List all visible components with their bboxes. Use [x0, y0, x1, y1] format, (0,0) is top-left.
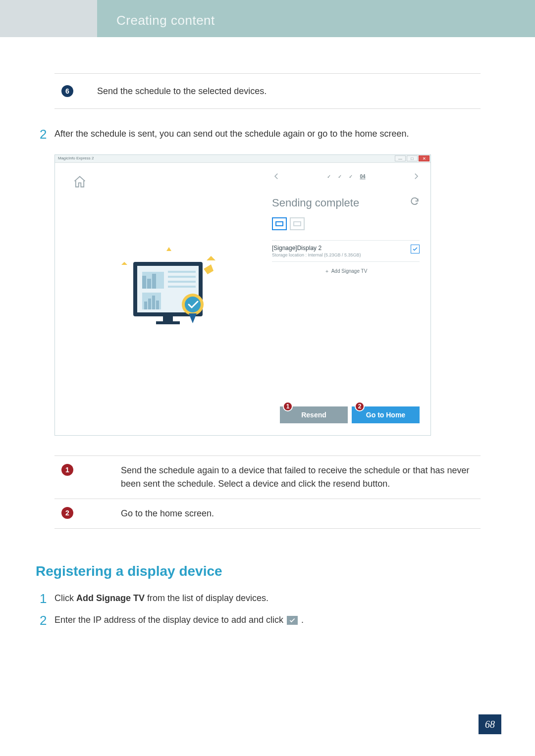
svg-marker-3: [204, 264, 214, 274]
header-title: Creating content: [116, 13, 215, 28]
window-close-icon[interactable]: ✕: [419, 155, 429, 161]
callout-badge-6: 6: [61, 85, 73, 97]
window-maximize-icon[interactable]: □: [407, 155, 418, 161]
svg-rect-16: [148, 299, 151, 309]
step-text: Click Add Signage TV from the list of di…: [54, 593, 268, 605]
register-step-1: 1 Click Add Signage TV from the list of …: [40, 593, 268, 605]
callout-1-row: 1 Send the schedule again to a device th…: [54, 456, 481, 499]
plus-icon: ＋: [324, 268, 329, 274]
chevron-left-icon[interactable]: [272, 172, 281, 181]
device-checkbox[interactable]: [411, 245, 420, 253]
step-number: 2: [40, 128, 54, 141]
svg-rect-17: [152, 296, 155, 309]
callout-2-row: 2 Go to the home screen.: [54, 499, 481, 528]
svg-rect-20: [156, 321, 180, 324]
svg-rect-11: [168, 276, 196, 278]
device-type-display-tab[interactable]: [290, 217, 305, 230]
period: .: [299, 615, 304, 625]
device-name: [Signage]Display 2: [272, 245, 420, 252]
callout-2-text: Go to the home screen.: [121, 507, 214, 520]
app-screenshot: MagicInfo Express 2 ― □ ✕: [54, 154, 431, 436]
window-title: MagicInfo Express 2: [58, 156, 94, 160]
svg-marker-0: [166, 247, 171, 251]
svg-marker-2: [207, 256, 215, 260]
go-to-home-label: Go to Home: [366, 411, 405, 419]
refresh-icon[interactable]: [410, 197, 420, 206]
wizard-nav: ✓ ✓ ✓ 04: [272, 172, 421, 181]
svg-rect-8: [147, 279, 151, 289]
page-header: Creating content: [0, 0, 535, 37]
check-icon: ✓: [327, 174, 331, 179]
check-icon: ✓: [338, 174, 342, 179]
callout-badge-1: 1: [283, 402, 293, 411]
screenshot-button-row: 1 Resend 2 Go to Home: [280, 406, 420, 423]
svg-rect-15: [144, 302, 147, 309]
svg-marker-1: [121, 262, 127, 265]
confirm-check-icon: [287, 616, 298, 625]
step-text: After the schedule is sent, you can send…: [54, 129, 409, 141]
wizard-step-current: 04: [360, 174, 365, 179]
window-minimize-icon[interactable]: ―: [395, 155, 406, 161]
svg-rect-9: [152, 274, 156, 289]
callout-badge-2: 2: [355, 402, 365, 411]
callout-6-table: 6 Send the schedule to the selected devi…: [54, 73, 481, 109]
home-icon[interactable]: [73, 175, 87, 189]
numbered-step-2: 2 After the schedule is sent, you can se…: [40, 129, 409, 141]
svg-rect-13: [168, 286, 196, 288]
device-type-tabs: [272, 217, 305, 230]
register-step-2: 2 Enter the IP address of the display de…: [40, 615, 304, 627]
header-tab-block: [0, 0, 97, 37]
callout-6-text: Send the schedule to the selected device…: [97, 86, 267, 97]
callout-6-row: 6 Send the schedule to the selected devi…: [54, 74, 481, 108]
step-text: Enter the IP address of the display devi…: [54, 615, 304, 627]
page-number: 68: [479, 714, 501, 734]
chevron-right-icon[interactable]: [412, 172, 421, 181]
svg-marker-23: [189, 313, 197, 323]
callout-legend: 1 Send the schedule again to a device th…: [54, 455, 481, 529]
callout-badge-1: 1: [61, 464, 73, 476]
go-to-home-button[interactable]: 2 Go to Home: [352, 406, 420, 423]
device-type-signage-tab[interactable]: [272, 217, 287, 230]
callout-1-text: Send the schedule again to a device that…: [121, 464, 474, 491]
section-heading: Registering a display device: [36, 563, 222, 579]
svg-rect-18: [156, 301, 159, 309]
svg-rect-10: [168, 271, 196, 273]
svg-rect-7: [142, 276, 146, 289]
check-icon: ✓: [349, 174, 353, 179]
add-signage-label: Add Signage TV: [331, 268, 368, 274]
step-number: 2: [40, 614, 54, 627]
completion-illustration: [114, 247, 223, 336]
sending-complete-title: Sending complete: [272, 197, 359, 209]
step-number: 1: [40, 592, 54, 605]
resend-button[interactable]: 1 Resend: [280, 406, 348, 423]
svg-rect-12: [168, 281, 196, 283]
resend-label: Resend: [301, 411, 326, 419]
svg-rect-19: [163, 316, 173, 321]
svg-point-22: [185, 297, 201, 312]
callout-badge-2: 2: [61, 507, 73, 519]
device-row[interactable]: [Signage]Display 2 Storage location : In…: [272, 240, 420, 262]
window-titlebar: MagicInfo Express 2 ― □ ✕: [55, 155, 430, 163]
device-storage: Storage location : Internal (5.23GB / 5.…: [272, 252, 420, 257]
add-signage-tv-button[interactable]: ＋Add Signage TV: [272, 265, 420, 278]
bold-text: Add Signage TV: [76, 593, 145, 603]
